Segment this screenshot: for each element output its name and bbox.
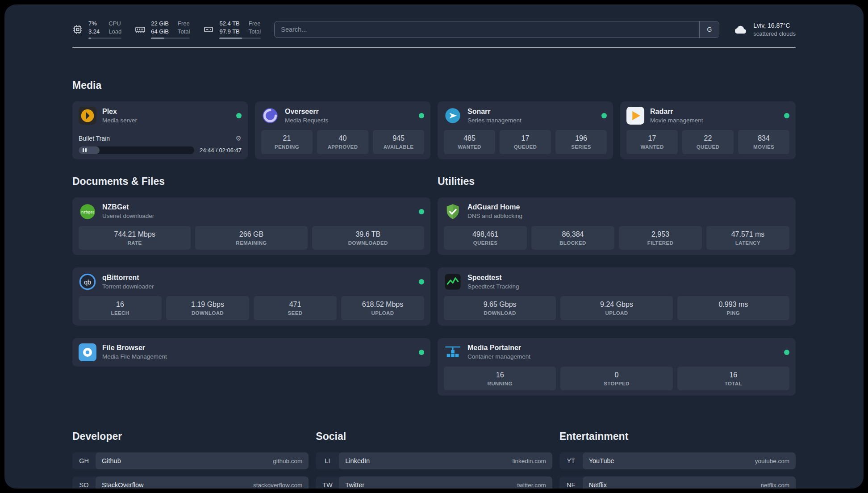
bookmark-netflix[interactable]: NF Netflix netflix.com: [559, 476, 796, 489]
stat-tile-wanted: 485 WANTED: [444, 130, 495, 154]
bookmark-abbr: YT: [559, 452, 583, 469]
documents-section: Documents & Files nzbget NZBGet Usenet d…: [72, 175, 430, 367]
disk-total-label: Total: [249, 28, 261, 36]
bookmark-abbr: GH: [72, 452, 96, 469]
pause-icon[interactable]: [83, 148, 87, 152]
adguard-link[interactable]: AdGuard Home DNS and adblocking: [444, 203, 522, 221]
adguard-icon: [444, 203, 462, 221]
bookmark-stackoverflow[interactable]: SO StackOverflow stackoverflow.com: [72, 476, 309, 489]
service-name: Overseerr: [285, 107, 329, 117]
portainer-link[interactable]: Media Portainer Container management: [444, 343, 530, 361]
status-dot: [601, 113, 607, 118]
bookmark-domain: twitter.com: [517, 482, 546, 489]
service-description: Container management: [467, 353, 530, 361]
service-name: NZBGet: [102, 203, 154, 212]
stat-tile-remaining: 266 GB REMAINING: [195, 226, 307, 250]
bookmark-abbr: TW: [316, 476, 339, 489]
service-card-nzbget: nzbget NZBGet Usenet downloader 744.21 M…: [72, 197, 430, 255]
disk-free-value: 52.4 TB: [219, 20, 239, 28]
developer-group-title: Developer: [72, 430, 309, 443]
bookmark-name: Twitter: [345, 481, 364, 489]
service-card-overseerr: Overseerr Media Requests 21 PENDING 40 A…: [255, 101, 430, 159]
stat-tile-rate: 744.21 Mbps RATE: [79, 226, 191, 250]
weather-condition: scattered clouds: [753, 30, 796, 38]
cpu-usage-bar: [88, 38, 121, 39]
service-card-sonarr: Sonarr Series management 485 WANTED 17 Q…: [438, 101, 613, 159]
disk-icon: [203, 24, 214, 35]
service-card-radarr: Radarr Movie management 17 WANTED 22 QUE…: [620, 101, 796, 159]
service-name: Sonarr: [467, 107, 522, 117]
media-group-title: Media: [72, 79, 796, 92]
portainer-icon: [444, 343, 462, 361]
svg-text:nzbget: nzbget: [81, 209, 94, 214]
qbittorrent-link[interactable]: qb qBittorrent Torrent downloader: [79, 273, 154, 291]
cloud-icon: [733, 22, 748, 37]
dashboard-panel: 7% 3.24 CPU Load: [4, 4, 864, 489]
nzbget-icon: nzbget: [79, 203, 96, 221]
stat-tile-filtered: 2,953 FILTERED: [619, 226, 702, 250]
bookmark-domain: linkedin.com: [513, 458, 546, 464]
status-dot: [419, 209, 424, 214]
search-input[interactable]: [274, 21, 719, 38]
plex-link[interactable]: Plex Media server: [79, 107, 137, 125]
overseerr-icon: [261, 107, 279, 125]
bookmark-youtube[interactable]: YT YouTube youtube.com: [559, 452, 796, 469]
radarr-link[interactable]: Radarr Movie management: [626, 107, 703, 125]
now-playing-title: Bullet Train: [79, 135, 110, 142]
social-bookmarks-section: Social LI LinkedIn linkedin.com TW Twitt…: [316, 430, 552, 489]
stat-tile-upload: 618.52 Mbps UPLOAD: [341, 296, 424, 320]
nzbget-link[interactable]: nzbget NZBGet Usenet downloader: [79, 203, 154, 221]
memory-icon: [135, 24, 146, 35]
bookmark-domain: stackoverflow.com: [253, 482, 302, 489]
service-description: Speedtest Tracking: [467, 283, 519, 291]
status-dot: [784, 350, 789, 355]
service-name: AdGuard Home: [467, 203, 522, 212]
status-dot: [236, 113, 242, 118]
bookmark-abbr: LI: [316, 452, 339, 469]
entertainment-bookmarks-section: Entertainment YT YouTube youtube.com NF …: [559, 430, 796, 489]
stat-tile-running: 16 RUNNING: [444, 367, 556, 390]
speedtest-link[interactable]: Speedtest Speedtest Tracking: [444, 273, 519, 291]
sonarr-icon: [444, 107, 462, 125]
service-description: Media Requests: [285, 117, 329, 125]
memory-metric: 22 GiB 64 GiB Free Total: [135, 20, 190, 39]
playback-time: 24:44 / 02:06:47: [200, 147, 242, 154]
search-bar: G: [274, 21, 719, 38]
filebrowser-link[interactable]: File Browser Media File Management: [79, 343, 167, 361]
stat-tile-series: 196 SERIES: [555, 130, 607, 154]
bookmark-twitter[interactable]: TW Twitter twitter.com: [316, 476, 552, 489]
topbar: 7% 3.24 CPU Load: [72, 20, 796, 39]
service-name: Media Portainer: [467, 343, 530, 353]
utilities-section: Utilities AdGuard Home DNS and adblockin…: [438, 175, 796, 396]
stat-tile-latency: 47.571 ms LATENCY: [706, 226, 789, 250]
overseerr-link[interactable]: Overseerr Media Requests: [261, 107, 329, 125]
bookmark-name: YouTube: [589, 457, 614, 464]
search-provider-button[interactable]: G: [699, 21, 719, 38]
svg-text:qb: qb: [84, 279, 91, 286]
entertainment-group-title: Entertainment: [559, 430, 796, 443]
stat-tile-total: 16 TOTAL: [677, 367, 789, 390]
topbar-divider: [72, 47, 796, 48]
service-description: Media server: [102, 117, 137, 125]
weather-widget: Lviv, 16.87°C scattered clouds: [733, 21, 796, 38]
cpu-load-value: 3.24: [88, 28, 100, 36]
bookmark-domain: github.com: [273, 458, 302, 464]
service-name: File Browser: [102, 343, 167, 353]
bookmark-domain: youtube.com: [755, 458, 789, 464]
system-metrics: 7% 3.24 CPU Load: [72, 20, 261, 39]
stat-tile-download: 9.65 Gbps DOWNLOAD: [444, 296, 556, 320]
playback-progress-bar[interactable]: [79, 146, 194, 154]
bookmark-linkedin[interactable]: LI LinkedIn linkedin.com: [316, 452, 552, 469]
bookmark-domain: netflix.com: [760, 482, 789, 489]
bookmark-github[interactable]: GH Github github.com: [72, 452, 309, 469]
weather-location: Lviv, 16.87°C: [753, 21, 796, 30]
disk-metric: 52.4 TB 97.9 TB Free Total: [203, 20, 261, 39]
cpu-label: CPU: [108, 20, 121, 28]
speedtest-icon: [444, 273, 462, 291]
settings-gear-icon[interactable]: ⚙: [236, 134, 242, 142]
stat-tile-pending: 21 PENDING: [261, 130, 313, 154]
stat-tile-movies: 834 MOVIES: [738, 130, 789, 154]
sonarr-link[interactable]: Sonarr Series management: [444, 107, 522, 125]
filebrowser-icon: [79, 343, 96, 361]
status-dot: [419, 113, 424, 118]
